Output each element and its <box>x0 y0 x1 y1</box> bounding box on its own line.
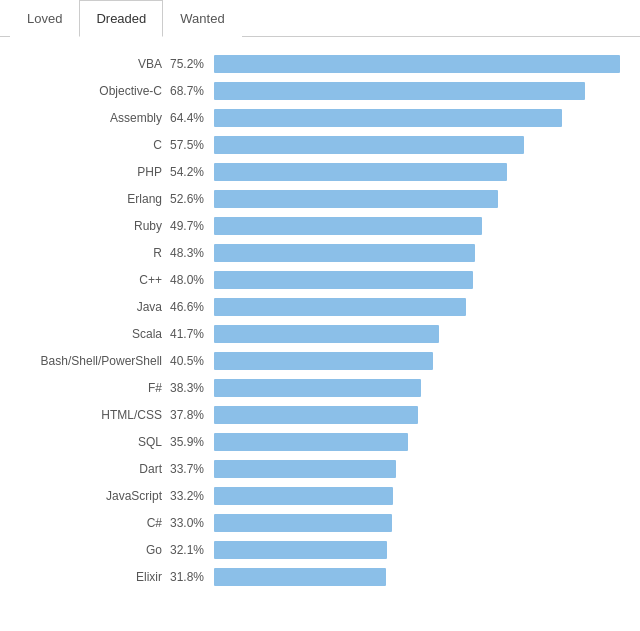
bar-track <box>214 217 620 235</box>
bar-pct: 57.5% <box>170 138 210 152</box>
bar-label: Bash/Shell/PowerShell <box>10 354 170 368</box>
bar-track <box>214 568 620 586</box>
bar-label: C <box>10 138 170 152</box>
bar-label: F# <box>10 381 170 395</box>
bar-fill <box>214 541 387 559</box>
tab-loved[interactable]: Loved <box>10 0 79 37</box>
bar-pct: 33.2% <box>170 489 210 503</box>
bar-pct: 48.3% <box>170 246 210 260</box>
bar-pct: 52.6% <box>170 192 210 206</box>
main-container: Loved Dreaded Wanted VBA75.2%Objective-C… <box>0 0 640 631</box>
bar-row: F#38.3% <box>10 377 620 399</box>
bar-pct: 68.7% <box>170 84 210 98</box>
bar-fill <box>214 244 475 262</box>
bar-fill <box>214 109 562 127</box>
bar-label: Scala <box>10 327 170 341</box>
bar-track <box>214 406 620 424</box>
bar-track <box>214 379 620 397</box>
bar-track <box>214 352 620 370</box>
bar-row: Erlang52.6% <box>10 188 620 210</box>
bar-track <box>214 325 620 343</box>
bar-row: PHP54.2% <box>10 161 620 183</box>
bar-label: C# <box>10 516 170 530</box>
chart-area: VBA75.2%Objective-C68.7%Assembly64.4%C57… <box>0 37 640 609</box>
bar-fill <box>214 379 421 397</box>
bar-label: HTML/CSS <box>10 408 170 422</box>
bar-pct: 35.9% <box>170 435 210 449</box>
bar-pct: 38.3% <box>170 381 210 395</box>
bar-fill <box>214 190 498 208</box>
bar-row: Ruby49.7% <box>10 215 620 237</box>
bar-fill <box>214 298 466 316</box>
bar-track <box>214 190 620 208</box>
bar-track <box>214 55 620 73</box>
bar-pct: 64.4% <box>170 111 210 125</box>
bar-row: Dart33.7% <box>10 458 620 480</box>
bar-track <box>214 109 620 127</box>
bar-fill <box>214 568 386 586</box>
bar-label: SQL <box>10 435 170 449</box>
bar-label: VBA <box>10 57 170 71</box>
bar-track <box>214 487 620 505</box>
bar-label: JavaScript <box>10 489 170 503</box>
bar-track <box>214 298 620 316</box>
bar-pct: 33.0% <box>170 516 210 530</box>
bar-label: Elixir <box>10 570 170 584</box>
bar-row: HTML/CSS37.8% <box>10 404 620 426</box>
bar-pct: 48.0% <box>170 273 210 287</box>
bar-track <box>214 244 620 262</box>
bar-fill <box>214 433 408 451</box>
bar-label: Go <box>10 543 170 557</box>
bar-row: C57.5% <box>10 134 620 156</box>
bar-row: C++48.0% <box>10 269 620 291</box>
bar-label: C++ <box>10 273 170 287</box>
bar-track <box>214 460 620 478</box>
bar-pct: 31.8% <box>170 570 210 584</box>
bar-fill <box>214 460 396 478</box>
bar-label: Assembly <box>10 111 170 125</box>
bar-fill <box>214 136 524 154</box>
tab-wanted[interactable]: Wanted <box>163 0 241 37</box>
bar-pct: 46.6% <box>170 300 210 314</box>
bar-pct: 40.5% <box>170 354 210 368</box>
bar-pct: 33.7% <box>170 462 210 476</box>
bar-row: Assembly64.4% <box>10 107 620 129</box>
bar-row: SQL35.9% <box>10 431 620 453</box>
bar-row: JavaScript33.2% <box>10 485 620 507</box>
bar-row: Bash/Shell/PowerShell40.5% <box>10 350 620 372</box>
bar-track <box>214 541 620 559</box>
bar-fill <box>214 82 585 100</box>
bar-label: R <box>10 246 170 260</box>
bar-label: Java <box>10 300 170 314</box>
bar-fill <box>214 163 507 181</box>
tab-bar: Loved Dreaded Wanted <box>0 0 640 37</box>
bar-label: Erlang <box>10 192 170 206</box>
bar-fill <box>214 352 433 370</box>
bar-label: PHP <box>10 165 170 179</box>
bar-row: Java46.6% <box>10 296 620 318</box>
bar-track <box>214 82 620 100</box>
bar-track <box>214 514 620 532</box>
bar-row: Objective-C68.7% <box>10 80 620 102</box>
tab-dreaded[interactable]: Dreaded <box>79 0 163 37</box>
bar-row: R48.3% <box>10 242 620 264</box>
bar-fill <box>214 514 392 532</box>
bar-track <box>214 271 620 289</box>
bar-row: Go32.1% <box>10 539 620 561</box>
bar-track <box>214 136 620 154</box>
bar-pct: 75.2% <box>170 57 210 71</box>
bar-fill <box>214 271 473 289</box>
bar-fill <box>214 325 439 343</box>
bar-row: C#33.0% <box>10 512 620 534</box>
bar-track <box>214 433 620 451</box>
bar-pct: 37.8% <box>170 408 210 422</box>
bar-label: Objective-C <box>10 84 170 98</box>
bar-pct: 49.7% <box>170 219 210 233</box>
bar-fill <box>214 217 482 235</box>
bar-fill <box>214 406 418 424</box>
bar-pct: 32.1% <box>170 543 210 557</box>
bar-track <box>214 163 620 181</box>
bar-fill <box>214 55 620 73</box>
bar-fill <box>214 487 393 505</box>
bar-label: Dart <box>10 462 170 476</box>
